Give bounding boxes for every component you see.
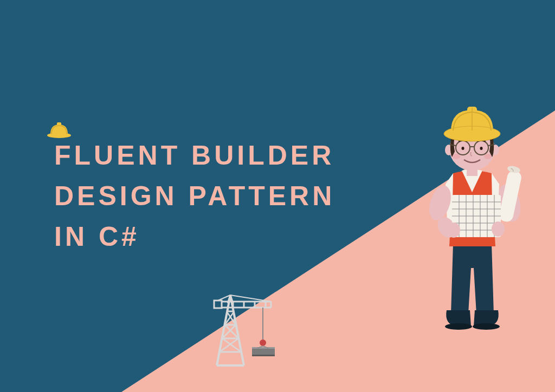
svg-point-54 (492, 221, 505, 237)
svg-point-34 (445, 323, 472, 330)
svg-point-35 (473, 323, 500, 330)
svg-point-64 (462, 147, 464, 150)
svg-rect-1 (57, 122, 61, 128)
title-line-3: IN C# (54, 221, 140, 252)
svg-point-66 (453, 154, 460, 159)
small-helmet-icon (46, 120, 72, 141)
title-line-1: FLUENT BUILDER (54, 140, 334, 171)
svg-rect-30 (252, 347, 275, 349)
svg-point-65 (480, 147, 483, 150)
svg-line-23 (230, 295, 271, 302)
builder-character-icon (414, 100, 533, 346)
svg-point-67 (484, 154, 492, 159)
page-title: FLUENT BUILDER DESIGN PATTERN IN C# (54, 135, 335, 257)
svg-point-28 (260, 339, 266, 346)
crane-icon (201, 279, 287, 373)
title-container: FLUENT BUILDER DESIGN PATTERN IN C# (54, 135, 335, 257)
title-line-2: DESIGN PATTERN (54, 181, 335, 211)
svg-rect-29 (252, 348, 275, 355)
svg-point-53 (447, 223, 460, 238)
svg-line-2 (217, 295, 230, 365)
svg-rect-31 (252, 355, 275, 356)
svg-rect-15 (214, 300, 222, 308)
